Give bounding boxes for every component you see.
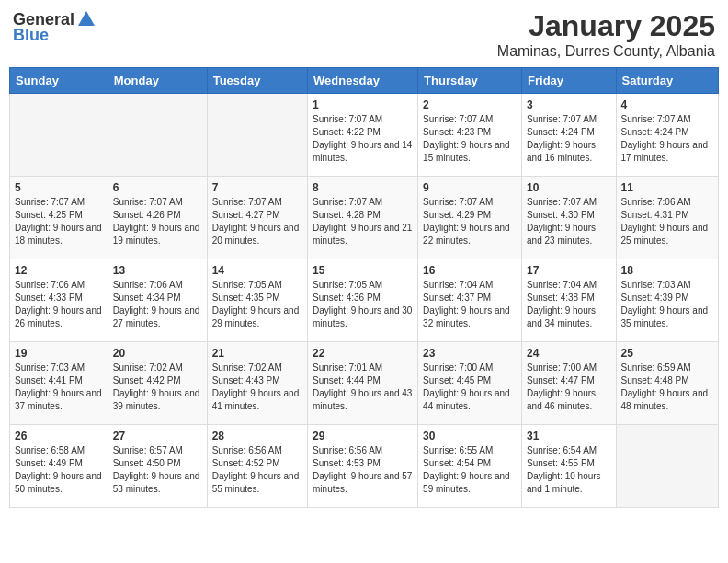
calendar-cell: 15Sunrise: 7:05 AMSunset: 4:36 PMDayligh… <box>308 259 418 342</box>
day-number: 31 <box>527 430 611 442</box>
day-info: Sunrise: 7:02 AMSunset: 4:42 PMDaylight:… <box>113 362 202 413</box>
calendar-cell: 19Sunrise: 7:03 AMSunset: 4:41 PMDayligh… <box>10 342 108 425</box>
day-number: 13 <box>113 264 202 277</box>
day-number: 18 <box>621 264 713 277</box>
calendar-cell: 13Sunrise: 7:06 AMSunset: 4:34 PMDayligh… <box>108 259 207 342</box>
day-header-monday: Monday <box>108 68 207 94</box>
calendar-week-2: 5Sunrise: 7:07 AMSunset: 4:25 PMDaylight… <box>10 177 719 259</box>
day-info: Sunrise: 7:02 AMSunset: 4:43 PMDaylight:… <box>212 362 302 413</box>
day-info: Sunrise: 7:00 AMSunset: 4:47 PMDaylight:… <box>527 362 611 413</box>
day-number: 22 <box>313 347 413 360</box>
day-number: 21 <box>212 347 302 360</box>
day-number: 12 <box>15 264 103 277</box>
calendar-cell: 27Sunrise: 6:57 AMSunset: 4:50 PMDayligh… <box>108 425 207 508</box>
day-info: Sunrise: 7:07 AMSunset: 4:28 PMDaylight:… <box>313 196 413 247</box>
calendar-cell: 25Sunrise: 6:59 AMSunset: 4:48 PMDayligh… <box>616 342 718 425</box>
logo: General Blue <box>13 9 97 45</box>
day-info: Sunrise: 7:07 AMSunset: 4:24 PMDaylight:… <box>621 113 713 165</box>
calendar-cell: 30Sunrise: 6:55 AMSunset: 4:54 PMDayligh… <box>418 425 522 508</box>
calendar-cell: 17Sunrise: 7:04 AMSunset: 4:38 PMDayligh… <box>522 259 617 342</box>
day-info: Sunrise: 7:05 AMSunset: 4:36 PMDaylight:… <box>313 279 413 330</box>
day-number: 3 <box>527 98 611 111</box>
day-number: 11 <box>621 181 713 194</box>
calendar-week-5: 26Sunrise: 6:58 AMSunset: 4:49 PMDayligh… <box>10 425 719 508</box>
calendar-cell: 10Sunrise: 7:07 AMSunset: 4:30 PMDayligh… <box>522 177 617 259</box>
day-number: 30 <box>423 430 517 442</box>
day-header-friday: Friday <box>522 68 617 94</box>
calendar-cell: 31Sunrise: 6:54 AMSunset: 4:55 PMDayligh… <box>522 425 617 508</box>
calendar-cell: 26Sunrise: 6:58 AMSunset: 4:49 PMDayligh… <box>10 425 108 508</box>
calendar-cell: 23Sunrise: 7:00 AMSunset: 4:45 PMDayligh… <box>418 342 522 425</box>
day-info: Sunrise: 6:57 AMSunset: 4:50 PMDaylight:… <box>113 444 202 496</box>
calendar-cell <box>207 94 307 177</box>
calendar-cell <box>616 425 718 508</box>
day-number: 19 <box>15 347 103 360</box>
page-subtitle: Maminas, Durres County, Albania <box>497 43 715 60</box>
calendar-cell: 18Sunrise: 7:03 AMSunset: 4:39 PMDayligh… <box>616 259 718 342</box>
day-info: Sunrise: 7:04 AMSunset: 4:37 PMDaylight:… <box>423 279 517 330</box>
calendar-week-4: 19Sunrise: 7:03 AMSunset: 4:41 PMDayligh… <box>10 342 719 425</box>
calendar-cell: 1Sunrise: 7:07 AMSunset: 4:22 PMDaylight… <box>308 94 418 177</box>
day-info: Sunrise: 6:54 AMSunset: 4:55 PMDaylight:… <box>527 444 611 496</box>
day-number: 26 <box>15 430 103 442</box>
calendar-cell: 11Sunrise: 7:06 AMSunset: 4:31 PMDayligh… <box>616 177 718 259</box>
day-number: 28 <box>212 430 302 442</box>
calendar-cell: 22Sunrise: 7:01 AMSunset: 4:44 PMDayligh… <box>308 342 418 425</box>
day-number: 8 <box>313 181 413 194</box>
day-info: Sunrise: 7:04 AMSunset: 4:38 PMDaylight:… <box>527 279 611 330</box>
page-title: January 2025 <box>497 9 715 43</box>
day-info: Sunrise: 6:58 AMSunset: 4:49 PMDaylight:… <box>15 444 103 496</box>
day-info: Sunrise: 7:00 AMSunset: 4:45 PMDaylight:… <box>423 362 517 413</box>
day-number: 17 <box>527 264 611 277</box>
day-number: 6 <box>113 181 202 194</box>
calendar-cell: 2Sunrise: 7:07 AMSunset: 4:23 PMDaylight… <box>418 94 522 177</box>
calendar-cell <box>108 94 207 177</box>
calendar-cell: 29Sunrise: 6:56 AMSunset: 4:53 PMDayligh… <box>308 425 418 508</box>
day-header-wednesday: Wednesday <box>308 68 418 94</box>
day-number: 2 <box>423 98 517 111</box>
calendar-table: SundayMondayTuesdayWednesdayThursdayFrid… <box>9 67 719 508</box>
day-number: 14 <box>212 264 302 277</box>
calendar-cell: 3Sunrise: 7:07 AMSunset: 4:24 PMDaylight… <box>522 94 617 177</box>
day-header-sunday: Sunday <box>10 68 108 94</box>
title-block: January 2025 Maminas, Durres County, Alb… <box>497 9 715 60</box>
page-header: General Blue January 2025 Maminas, Durre… <box>9 9 719 60</box>
calendar-week-1: 1Sunrise: 7:07 AMSunset: 4:22 PMDaylight… <box>10 94 719 177</box>
day-info: Sunrise: 6:56 AMSunset: 4:52 PMDaylight:… <box>212 444 302 496</box>
calendar-cell: 5Sunrise: 7:07 AMSunset: 4:25 PMDaylight… <box>10 177 108 259</box>
day-info: Sunrise: 7:03 AMSunset: 4:41 PMDaylight:… <box>15 362 103 413</box>
day-info: Sunrise: 7:01 AMSunset: 4:44 PMDaylight:… <box>313 362 413 413</box>
calendar-cell: 14Sunrise: 7:05 AMSunset: 4:35 PMDayligh… <box>207 259 307 342</box>
day-number: 10 <box>527 181 611 194</box>
day-number: 16 <box>423 264 517 277</box>
calendar-cell: 20Sunrise: 7:02 AMSunset: 4:42 PMDayligh… <box>108 342 207 425</box>
calendar-cell: 12Sunrise: 7:06 AMSunset: 4:33 PMDayligh… <box>10 259 108 342</box>
calendar-header-row: SundayMondayTuesdayWednesdayThursdayFrid… <box>10 68 719 94</box>
day-info: Sunrise: 7:06 AMSunset: 4:34 PMDaylight:… <box>113 279 202 330</box>
logo-icon <box>76 9 97 29</box>
day-info: Sunrise: 6:55 AMSunset: 4:54 PMDaylight:… <box>423 444 517 496</box>
day-info: Sunrise: 6:56 AMSunset: 4:53 PMDaylight:… <box>313 444 413 496</box>
calendar-cell: 9Sunrise: 7:07 AMSunset: 4:29 PMDaylight… <box>418 177 522 259</box>
day-info: Sunrise: 7:06 AMSunset: 4:33 PMDaylight:… <box>15 279 103 330</box>
day-info: Sunrise: 7:07 AMSunset: 4:22 PMDaylight:… <box>313 113 413 165</box>
calendar-cell: 24Sunrise: 7:00 AMSunset: 4:47 PMDayligh… <box>522 342 617 425</box>
day-info: Sunrise: 7:07 AMSunset: 4:23 PMDaylight:… <box>423 113 517 165</box>
calendar-week-3: 12Sunrise: 7:06 AMSunset: 4:33 PMDayligh… <box>10 259 719 342</box>
svg-marker-0 <box>78 11 95 26</box>
day-number: 7 <box>212 181 302 194</box>
day-info: Sunrise: 7:03 AMSunset: 4:39 PMDaylight:… <box>621 279 713 330</box>
day-info: Sunrise: 7:06 AMSunset: 4:31 PMDaylight:… <box>621 196 713 247</box>
day-info: Sunrise: 7:07 AMSunset: 4:27 PMDaylight:… <box>212 196 302 247</box>
calendar-cell: 16Sunrise: 7:04 AMSunset: 4:37 PMDayligh… <box>418 259 522 342</box>
day-info: Sunrise: 6:59 AMSunset: 4:48 PMDaylight:… <box>621 362 713 413</box>
day-info: Sunrise: 7:05 AMSunset: 4:35 PMDaylight:… <box>212 279 302 330</box>
calendar-cell: 6Sunrise: 7:07 AMSunset: 4:26 PMDaylight… <box>108 177 207 259</box>
day-info: Sunrise: 7:07 AMSunset: 4:26 PMDaylight:… <box>113 196 202 247</box>
calendar-cell <box>10 94 108 177</box>
calendar-cell: 7Sunrise: 7:07 AMSunset: 4:27 PMDaylight… <box>207 177 307 259</box>
day-number: 9 <box>423 181 517 194</box>
day-number: 20 <box>113 347 202 360</box>
day-header-saturday: Saturday <box>616 68 718 94</box>
day-info: Sunrise: 7:07 AMSunset: 4:25 PMDaylight:… <box>15 196 103 247</box>
